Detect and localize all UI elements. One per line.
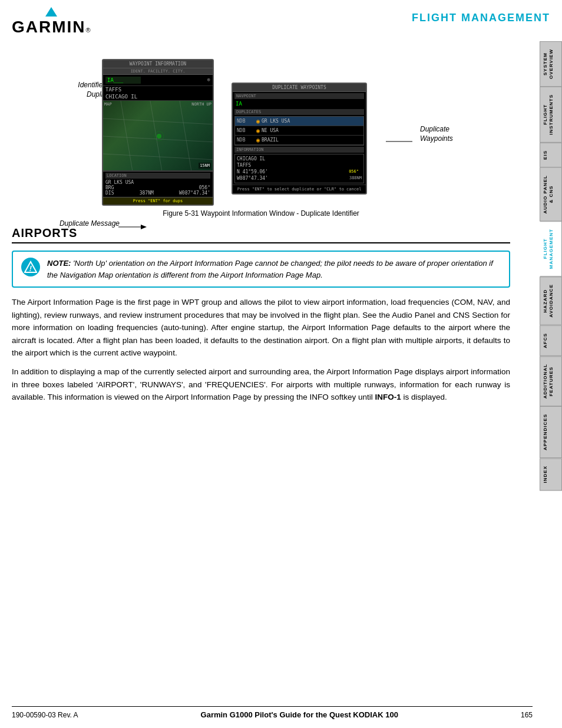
note-label: NOTE: <box>47 259 71 268</box>
callout-dup-msg: Duplicate Message <box>55 218 120 228</box>
dup-row-3[interactable]: NDB ◉ BRAZIL <box>235 136 363 145</box>
footer-right: 165 <box>521 711 533 719</box>
main-content: Identifier with Duplicates WAYPOINT INFO… <box>0 41 540 416</box>
wp-screen-subheader: IDENT. FACILITY. CITY. <box>103 68 213 75</box>
dup-nav-label: NAVPOINT <box>234 93 364 99</box>
dup-info-label: INFORMATION <box>234 147 364 153</box>
sidebar-tab-audio-panel[interactable]: AUDIO PANEL& CNS <box>540 167 562 222</box>
dup-place-2: NE USA <box>262 128 279 133</box>
sidebar-tab-hazard-avoidance[interactable]: HAZARDAVOIDANCE <box>540 276 562 325</box>
callout-dup-msg-line <box>118 221 148 233</box>
airports-para2: In addition to displaying a map of the c… <box>12 365 510 404</box>
page-footer: 190-00590-03 Rev. A Garmin G1000 Pilot's… <box>12 706 533 719</box>
wp-ident-row: IA___ ⊗ <box>103 75 213 86</box>
wp-map-svg <box>103 101 213 170</box>
garmin-logo: GARMIN® <box>12 7 91 37</box>
note-content: 'North Up' orientation on the Airport In… <box>47 259 493 279</box>
svg-line-7 <box>103 154 213 160</box>
dup-type-2: NDB <box>237 128 254 133</box>
dup-type-3: NDB <box>237 137 254 143</box>
note-text: NOTE: 'North Up' orientation on the Airp… <box>47 258 501 281</box>
svg-line-4 <box>180 101 191 170</box>
sidebar-tab-appendices[interactable]: APPENDICES <box>540 406 562 458</box>
dup-row-1[interactable]: NDB ◉ GR LKS USA <box>235 117 363 126</box>
dup-info-facility: TAFFS <box>236 162 362 169</box>
dup-footer: Press "ENT" to select duplicate or "CLR"… <box>233 185 366 193</box>
airports-section: AIRPORTS ! NOTE: 'North Up' orientation … <box>12 226 510 404</box>
wp-dup-message: Press "ENT" for dups <box>103 197 213 205</box>
dup-place-1: GR LKS USA <box>262 118 290 124</box>
wp-ident-input[interactable]: IA___ <box>105 77 141 84</box>
airports-para2-end: is displayed. <box>401 393 447 401</box>
garmin-wordmark: GARMIN <box>12 18 86 37</box>
wp-screen-header: WAYPOINT INFORMATION <box>103 60 213 68</box>
sidebar-tab-flight-management[interactable]: FLIGHTMANAGEMENT <box>540 221 562 276</box>
dup-dup-label: DUPLICATES <box>234 109 364 115</box>
right-sidebar: SYSTEMOVERVIEW FLIGHTINSTRUMENTS EIS AUD… <box>540 41 562 490</box>
duplicate-screen: DUPLICATE WAYPOINTS NAVPOINT IA DUPLICAT… <box>232 83 367 195</box>
garmin-registered: ® <box>86 27 91 34</box>
wp-city: CHICAGO IL <box>103 93 213 100</box>
callout-duplicate-wp: Duplicate Waypoints <box>414 124 473 143</box>
sidebar-tab-afcs[interactable]: AFCS <box>540 325 562 356</box>
airports-heading: AIRPORTS <box>12 226 510 243</box>
note-icon: ! <box>21 258 40 276</box>
dup-info-coords-2: W087°47.34' 388NM <box>236 175 362 182</box>
wp-map: MAP NORTH UP 15NM <box>103 100 213 171</box>
note-triangle-icon: ! <box>24 261 37 274</box>
wp-location-dis: DIS 387NM W087°47.34' <box>105 190 210 196</box>
svg-marker-12 <box>141 225 147 229</box>
wp-location-brg: BRG 056° <box>105 185 210 190</box>
dup-info-coords: N 41°59.06' 056° <box>236 169 362 175</box>
waypoint-screen: WAYPOINT INFORMATION IDENT. FACILITY. CI… <box>102 59 214 206</box>
wp-location-section: LOCATION GR LKS USA BRG 056° DIS 387NM W… <box>103 171 213 197</box>
sidebar-tab-additional-features[interactable]: ADDITIONALFEATURES <box>540 356 562 406</box>
callout-dup-wp-line <box>386 136 415 147</box>
page-title: FLIGHT MANAGEMENT <box>412 7 550 24</box>
dup-place-3: BRAZIL <box>262 137 279 143</box>
airports-para2-bold: INFO-1 <box>375 393 401 401</box>
svg-line-5 <box>103 118 213 124</box>
svg-line-2 <box>121 101 133 170</box>
footer-left: 190-00590-03 Rev. A <box>12 711 78 719</box>
dup-row-2[interactable]: NDB ◉ NE USA <box>235 126 363 136</box>
dup-info-city: CHICAGO IL <box>236 156 362 162</box>
svg-text:!: ! <box>29 264 32 273</box>
wp-taffs: TAFFS <box>103 86 213 93</box>
airports-para1: The Airport Information Page is the firs… <box>12 296 510 360</box>
dup-type-1: NDB <box>237 118 254 124</box>
dup-screen-header: DUPLICATE WAYPOINTS <box>233 84 366 92</box>
figure-caption: Figure 5-31 Waypoint Information Window … <box>163 209 359 218</box>
footer-center: Garmin G1000 Pilot's Guide for the Quest… <box>201 710 398 719</box>
page-header: GARMIN® FLIGHT MANAGEMENT <box>0 0 562 41</box>
dup-list: NDB ◉ GR LKS USA NDB ◉ NE USA NDB ◉ BRAZ… <box>234 116 364 146</box>
dup-info-section: CHICAGO IL TAFFS N 41°59.06' 056° W087°4… <box>234 154 364 183</box>
sidebar-tab-flight-instruments[interactable]: FLIGHTINSTRUMENTS <box>540 87 562 143</box>
sidebar-tab-system-overview[interactable]: SYSTEMOVERVIEW <box>540 41 562 87</box>
wp-location-header: LOCATION <box>105 173 210 179</box>
sidebar-tab-index[interactable]: INDEX <box>540 458 562 490</box>
sidebar-tab-eis[interactable]: EIS <box>540 143 562 167</box>
garmin-triangle-icon <box>45 7 57 17</box>
wp-location-place: GR LKS USA <box>105 180 210 185</box>
dup-navpoint-val: IA <box>233 100 366 108</box>
svg-point-8 <box>157 134 161 139</box>
note-box: ! NOTE: 'North Up' orientation on the Ai… <box>12 251 510 288</box>
figure-area: Identifier with Duplicates WAYPOINT INFO… <box>12 47 510 218</box>
